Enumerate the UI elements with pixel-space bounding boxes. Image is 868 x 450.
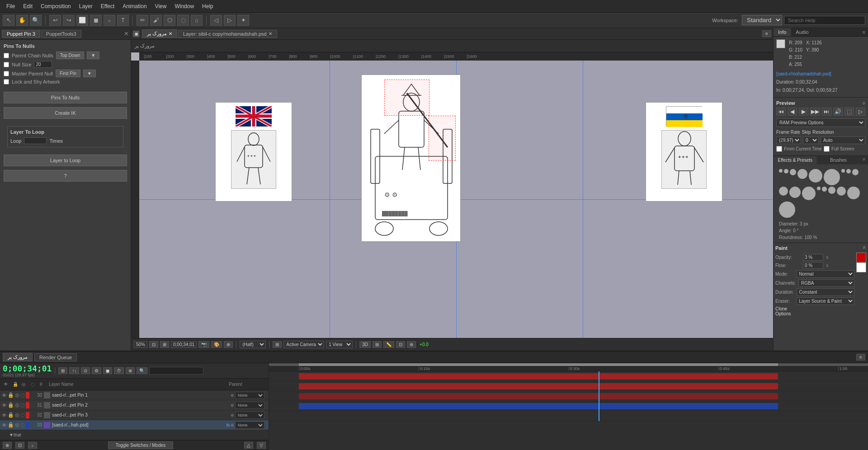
menu-effect[interactable]: Effect xyxy=(97,2,118,11)
comp-tab-layer-close[interactable]: ✕ xyxy=(269,31,272,36)
tool-extra[interactable]: ✦ xyxy=(237,15,249,26)
background-color-swatch[interactable] xyxy=(856,262,866,272)
tl-btn-search[interactable]: 🔍 xyxy=(137,367,147,374)
null-size-checkbox[interactable] xyxy=(4,62,9,67)
layer-32-vis-btn[interactable]: 👁 xyxy=(2,412,7,418)
effects-presets-tab[interactable]: Effects & Presets xyxy=(774,156,817,164)
create-ik-btn[interactable]: Create IK xyxy=(4,107,127,119)
resolution-select[interactable]: Auto Full Half xyxy=(821,136,865,144)
timeline-tab-render[interactable]: Render Queue xyxy=(34,353,77,361)
tool-pen[interactable]: ✏ xyxy=(137,15,148,26)
brush-15[interactable] xyxy=(828,187,835,194)
menu-view[interactable]: View xyxy=(151,2,170,11)
tool-undo[interactable]: ↩ xyxy=(49,15,61,26)
tool-eraser[interactable]: ◌ xyxy=(177,15,189,26)
quality-btn[interactable]: ⊕ xyxy=(224,341,233,348)
comp-marker-btn[interactable]: ⊡ xyxy=(15,442,24,449)
duration-select[interactable]: Constant Write On Single Frame xyxy=(797,288,854,296)
toggle-switches-button[interactable]: Toggle Switches / Modes xyxy=(108,441,174,449)
brush-8[interactable] xyxy=(846,169,851,173)
loop-value-input[interactable] xyxy=(24,137,47,144)
color-btn[interactable]: 🎨 xyxy=(211,341,222,348)
timeline-tab-main[interactable]: مرورک پر xyxy=(3,353,33,361)
workspace-select[interactable]: Standard xyxy=(742,15,782,25)
layer-31-solo-btn[interactable]: ◎ xyxy=(15,402,19,408)
tl-btn-3[interactable]: ⊙ xyxy=(81,367,90,374)
layer-to-loop-btn[interactable]: Layer to Loop xyxy=(4,155,127,166)
skip-select[interactable]: 0 1 2 xyxy=(803,136,819,144)
tl-btn-2[interactable]: ↑↓ xyxy=(69,367,79,374)
preview-prev-btn[interactable]: ◀ xyxy=(788,108,797,116)
comp-options-btn[interactable]: ≡ xyxy=(762,30,771,37)
preview-play-btn[interactable]: ▶ xyxy=(799,108,808,116)
pins-to-nulls-btn[interactable]: Pins To Nulls xyxy=(4,92,127,103)
brush-1[interactable] xyxy=(779,169,783,173)
effects-menu[interactable]: ≡ xyxy=(860,156,868,164)
tool-clone[interactable]: ⬡ xyxy=(164,15,175,26)
tl-search-input[interactable] xyxy=(149,367,203,375)
tl-btn-5[interactable]: ◼ xyxy=(103,367,112,374)
brush-12[interactable] xyxy=(802,187,816,200)
camera-btn[interactable]: 📷 xyxy=(198,341,209,348)
opacity-input[interactable] xyxy=(803,254,823,261)
3d-btn[interactable]: 3D xyxy=(359,341,371,348)
brush-2[interactable] xyxy=(784,169,788,173)
menu-animation[interactable]: Animation xyxy=(119,2,150,11)
layer-31-parent-select[interactable]: None xyxy=(235,402,264,409)
zoom-crop-btn[interactable]: ⊞ xyxy=(160,341,169,348)
puppet-pin-tab[interactable]: Puppet Pin 3 xyxy=(2,30,40,38)
safe-zones-btn[interactable]: ⊡ xyxy=(396,341,405,348)
channels-select[interactable]: RGBA RGB Alpha xyxy=(798,279,854,287)
menu-layer[interactable]: Layer xyxy=(75,2,96,11)
preview-ram-btn[interactable]: ▷ xyxy=(856,108,865,116)
rulers-btn[interactable]: 📏 xyxy=(383,341,394,348)
preview-last-btn[interactable]: ⏭ xyxy=(822,108,831,116)
search-help-input[interactable] xyxy=(784,16,865,25)
zoom-fit-btn[interactable]: ⊡ xyxy=(149,341,158,348)
preview-menu[interactable]: ≡ xyxy=(863,100,865,106)
preview-out-btn[interactable]: ⬚ xyxy=(844,108,854,116)
top-down-btn[interactable]: Top Down xyxy=(56,52,84,59)
layer-31-lock-btn[interactable]: 🔒 xyxy=(8,402,14,408)
layer-33-vis-btn[interactable]: 👁 xyxy=(2,422,7,428)
layer-33-parent-select[interactable]: None xyxy=(235,422,264,429)
info-tab[interactable]: Info xyxy=(774,28,791,36)
tool-prev[interactable]: ◁ xyxy=(210,15,222,26)
eraser-select[interactable]: Layer Source & Paint Paint Only xyxy=(796,297,854,305)
from-current-checkbox[interactable] xyxy=(776,146,782,152)
brushes-tab[interactable]: Brushes xyxy=(817,156,860,164)
layer-mix-btn[interactable]: ⊛ xyxy=(407,341,416,348)
info-panel-menu[interactable]: ≡ xyxy=(860,28,868,36)
layer-31-shy-btn[interactable]: ◌ xyxy=(20,402,25,408)
layer-33-shy-btn[interactable]: ◌ xyxy=(20,422,25,428)
foreground-color-swatch[interactable] xyxy=(856,253,866,262)
brush-14[interactable] xyxy=(822,187,827,192)
flow-input[interactable] xyxy=(803,262,823,269)
quality-select[interactable]: (Half) Full Third Quarter xyxy=(240,341,266,348)
ram-options-select[interactable]: RAM Preview Options xyxy=(776,118,865,127)
frame-rate-select[interactable]: (29.97) 24 30 xyxy=(776,136,801,144)
first-pin-arrow-btn[interactable]: ▼ xyxy=(83,70,96,77)
toggle-switches-btn[interactable]: Toggle Switches / Modes xyxy=(41,441,241,449)
brush-9[interactable] xyxy=(852,169,859,175)
tool-feather[interactable]: ⬦ xyxy=(104,15,115,26)
comp-viewport[interactable]: |100 |200 |300 |400 |500 |600 |700 |800 … xyxy=(131,52,773,338)
tl-btn-7[interactable]: ⊕ xyxy=(126,367,135,374)
layer-30-vis-btn[interactable]: 👁 xyxy=(2,393,7,398)
layer-32-shy-btn[interactable]: ◌ xyxy=(20,412,25,418)
tl-btn-6[interactable]: ⏱ xyxy=(114,367,124,374)
brush-3[interactable] xyxy=(790,169,796,175)
brush-11[interactable] xyxy=(789,187,801,198)
menu-help[interactable]: Help xyxy=(198,2,217,11)
layer-33-solo-btn[interactable]: ◎ xyxy=(15,422,19,428)
menu-edit[interactable]: Edit xyxy=(19,2,36,11)
brush-18[interactable] xyxy=(779,202,795,218)
grid-btn[interactable]: ⊞ xyxy=(373,341,382,348)
menu-file[interactable]: File xyxy=(3,2,19,11)
preview-next-btn[interactable]: ▶▶ xyxy=(810,108,820,116)
layer-30-lock-btn[interactable]: 🔒 xyxy=(8,392,14,398)
tl-arrow-down[interactable]: ▽ xyxy=(257,442,266,449)
tool-redo[interactable]: ↪ xyxy=(63,15,75,26)
brush-6[interactable] xyxy=(824,169,840,185)
puppet-tools-tab[interactable]: PuppetTools3 xyxy=(41,30,81,38)
